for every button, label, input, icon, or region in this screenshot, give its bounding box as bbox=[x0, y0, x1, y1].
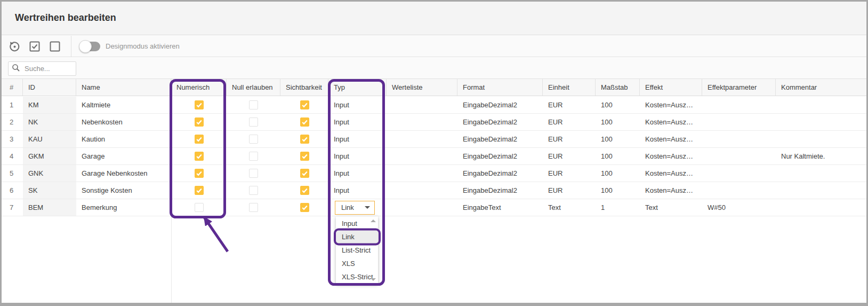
column-header-name[interactable]: Name bbox=[76, 79, 171, 96]
search-box[interactable] bbox=[8, 61, 76, 76]
dropdown-option-input[interactable]: Input bbox=[336, 217, 378, 230]
column-header-numerisch[interactable]: Numerisch bbox=[171, 79, 227, 96]
cell-kommentar[interactable] bbox=[776, 97, 868, 113]
cell-werteliste[interactable] bbox=[387, 97, 457, 113]
checkbox-sichtbarkeit-checked[interactable] bbox=[300, 117, 309, 127]
cell-effekt[interactable]: Kosten=Ausz… bbox=[640, 97, 702, 113]
typ-select[interactable]: Link bbox=[335, 201, 375, 215]
cell-effektparameter[interactable] bbox=[702, 131, 776, 147]
dropdown-scroll-up-icon[interactable] bbox=[371, 219, 376, 222]
cell-werteliste[interactable] bbox=[387, 131, 457, 147]
cell-name[interactable]: Sonstige Kosten bbox=[76, 182, 171, 199]
checkbox-numerisch-checked[interactable] bbox=[195, 186, 204, 195]
checkbox-null_erlauben-unchecked[interactable] bbox=[249, 117, 258, 127]
dropdown-option-link[interactable]: Link bbox=[336, 230, 378, 244]
reset-history-button[interactable] bbox=[8, 40, 21, 53]
designmode-toggle[interactable] bbox=[79, 40, 100, 53]
cell-kommentar[interactable] bbox=[776, 165, 868, 182]
checkbox-sichtbarkeit-checked[interactable] bbox=[300, 169, 309, 178]
cell-typ[interactable]: Input bbox=[328, 148, 387, 164]
cell-effekt[interactable]: Kosten=Ausz… bbox=[640, 114, 702, 130]
cell-id[interactable]: GNK bbox=[23, 165, 76, 182]
column-header-kommentar[interactable]: Kommentar bbox=[776, 79, 868, 96]
cell-werteliste[interactable] bbox=[387, 165, 457, 182]
cell-typ[interactable]: Input bbox=[328, 97, 387, 113]
cell-effekt[interactable]: Kosten=Ausz… bbox=[640, 148, 702, 164]
cell-effektparameter[interactable] bbox=[702, 182, 776, 199]
column-header-id[interactable]: ID bbox=[23, 79, 76, 96]
cell-effekt[interactable]: Kosten=Ausz… bbox=[640, 182, 702, 199]
column-header-werteliste[interactable]: Werteliste bbox=[387, 79, 457, 96]
column-header-effekt[interactable]: Effekt bbox=[640, 79, 702, 96]
cell-einheit[interactable]: EUR bbox=[543, 114, 596, 130]
cell-id[interactable]: KAU bbox=[23, 131, 76, 147]
cell-format[interactable]: EingabeDezimal2 bbox=[457, 165, 543, 182]
cell-werteliste[interactable] bbox=[387, 199, 457, 216]
column-header-num[interactable]: # bbox=[2, 79, 23, 96]
cell-einheit[interactable]: EUR bbox=[543, 97, 596, 113]
cell-kommentar[interactable] bbox=[776, 199, 868, 216]
cell-werteliste[interactable] bbox=[387, 182, 457, 199]
column-header-sichtbarkeit[interactable]: Sichtbarkeit bbox=[280, 79, 328, 96]
dropdown-option-xls[interactable]: XLS bbox=[336, 257, 378, 270]
checkbox-sichtbarkeit-checked[interactable] bbox=[300, 203, 309, 212]
cell-effektparameter[interactable]: W#50 bbox=[702, 199, 776, 216]
cell-massstab[interactable]: 100 bbox=[596, 182, 640, 199]
cell-kommentar[interactable] bbox=[776, 131, 868, 147]
cell-massstab[interactable]: 100 bbox=[596, 165, 640, 182]
checkbox-null_erlauben-unchecked[interactable] bbox=[249, 186, 258, 195]
cell-effektparameter[interactable] bbox=[702, 148, 776, 164]
cell-id[interactable]: SK bbox=[23, 182, 76, 199]
cell-einheit[interactable]: EUR bbox=[543, 182, 596, 199]
checkbox-sichtbarkeit-checked[interactable] bbox=[300, 135, 309, 144]
checkbox-null_erlauben-unchecked[interactable] bbox=[249, 135, 258, 144]
column-header-massstab[interactable]: Maßstab bbox=[596, 79, 640, 96]
cell-effektparameter[interactable] bbox=[702, 165, 776, 182]
cell-format[interactable]: EingabeDezimal2 bbox=[457, 148, 543, 164]
cell-format[interactable]: EingabeDezimal2 bbox=[457, 114, 543, 130]
column-header-typ[interactable]: Typ bbox=[328, 79, 387, 96]
dropdown-scroll-down-icon[interactable] bbox=[371, 278, 376, 281]
cell-typ[interactable]: Input bbox=[328, 165, 387, 182]
checkbox-numerisch-checked[interactable] bbox=[195, 152, 204, 161]
dropdown-option-list-strict[interactable]: List-Strict bbox=[336, 244, 378, 257]
cell-werteliste[interactable] bbox=[387, 148, 457, 164]
cell-name[interactable]: Kaution bbox=[76, 131, 171, 147]
cell-name[interactable]: Garage bbox=[76, 148, 171, 164]
cell-einheit[interactable]: EUR bbox=[543, 131, 596, 147]
cell-typ[interactable]: Input bbox=[328, 131, 387, 147]
cell-kommentar[interactable] bbox=[776, 182, 868, 199]
select-all-button[interactable] bbox=[28, 40, 41, 53]
checkbox-null_erlauben-unchecked[interactable] bbox=[249, 203, 258, 212]
checkbox-null_erlauben-unchecked[interactable] bbox=[249, 152, 258, 161]
checkbox-sichtbarkeit-checked[interactable] bbox=[300, 186, 309, 195]
cell-einheit[interactable]: EUR bbox=[543, 148, 596, 164]
cell-id[interactable]: NK bbox=[23, 114, 76, 130]
checkbox-null_erlauben-unchecked[interactable] bbox=[249, 169, 258, 178]
cell-typ[interactable]: Input bbox=[328, 114, 387, 130]
deselect-all-button[interactable] bbox=[49, 40, 61, 53]
cell-massstab[interactable]: 100 bbox=[596, 131, 640, 147]
checkbox-numerisch-checked[interactable] bbox=[195, 169, 204, 178]
search-input[interactable] bbox=[23, 64, 73, 73]
checkbox-numerisch-checked[interactable] bbox=[195, 135, 204, 144]
cell-massstab[interactable]: 100 bbox=[596, 114, 640, 130]
cell-name[interactable]: Kaltmiete bbox=[76, 97, 171, 113]
cell-einheit[interactable]: EUR bbox=[543, 165, 596, 182]
dropdown-option-xls-strict[interactable]: XLS-Strict bbox=[336, 270, 378, 284]
checkbox-numerisch-checked[interactable] bbox=[195, 117, 204, 127]
checkbox-sichtbarkeit-checked[interactable] bbox=[300, 100, 309, 109]
cell-id[interactable]: GKM bbox=[23, 148, 76, 164]
cell-effektparameter[interactable] bbox=[702, 97, 776, 113]
checkbox-null_erlauben-unchecked[interactable] bbox=[249, 100, 258, 109]
cell-kommentar[interactable] bbox=[776, 114, 868, 130]
cell-id[interactable]: BEM bbox=[23, 199, 76, 216]
cell-effekt[interactable]: Kosten=Ausz… bbox=[640, 165, 702, 182]
column-header-effektparameter[interactable]: Effektparameter bbox=[702, 79, 776, 96]
cell-format[interactable]: EingabeDezimal2 bbox=[457, 131, 543, 147]
cell-format[interactable]: EingabeDezimal2 bbox=[457, 97, 543, 113]
checkbox-numerisch-unchecked[interactable] bbox=[195, 203, 204, 212]
cell-werteliste[interactable] bbox=[387, 114, 457, 130]
cell-name[interactable]: Nebenkosten bbox=[76, 114, 171, 130]
column-header-einheit[interactable]: Einheit bbox=[543, 79, 596, 96]
